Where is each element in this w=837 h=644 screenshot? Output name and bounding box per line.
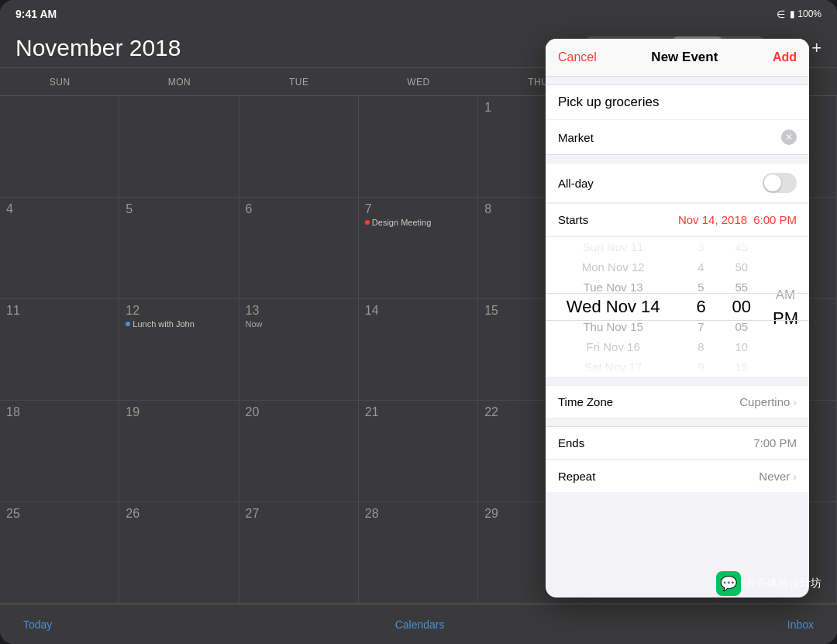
watermark: 💬 月亮体验设计坊 bbox=[716, 571, 822, 596]
starts-date-value: Nov 14, 2018 bbox=[678, 213, 747, 226]
event-location-input[interactable] bbox=[558, 131, 781, 144]
chevron-right-icon-repeat: › bbox=[793, 470, 797, 483]
minute-picker-col[interactable]: 45 50 55 00 05 10 15 bbox=[722, 237, 762, 377]
picker-min-item[interactable]: 55 bbox=[722, 277, 762, 297]
cancel-button[interactable]: Cancel bbox=[558, 50, 597, 64]
picker-hour-item[interactable]: 3 bbox=[680, 237, 721, 257]
event-title-field[interactable] bbox=[546, 84, 809, 120]
watermark-text: 月亮体验设计坊 bbox=[746, 577, 822, 591]
datetime-picker[interactable]: Sun Nov 11 Mon Nov 12 Tue Nov 13 Wed Nov… bbox=[546, 236, 809, 377]
clear-location-button[interactable]: ✕ bbox=[781, 129, 797, 145]
timezone-row[interactable]: Time Zone Cupertino › bbox=[546, 385, 809, 418]
ends-label: Ends bbox=[558, 436, 584, 449]
repeat-value-group: Never › bbox=[759, 470, 797, 483]
picker-date-item[interactable]: Tue Nov 13 bbox=[546, 277, 680, 297]
all-day-label: All-day bbox=[558, 177, 594, 190]
timezone-label: Time Zone bbox=[558, 395, 613, 408]
add-button[interactable]: Add bbox=[773, 50, 797, 64]
new-event-modal: Cancel New Event Add ✕ All-day bbox=[546, 39, 809, 598]
picker-hour-item[interactable]: 4 bbox=[680, 257, 721, 277]
ampm-picker-col[interactable]: AM PM bbox=[762, 237, 809, 377]
hour-picker-col[interactable]: 3 4 5 6 7 8 9 bbox=[680, 237, 721, 377]
timezone-value-group: Cupertino › bbox=[739, 395, 797, 408]
device-frame: 9:41 AM ∈ ▮ 100% November 2018 Day Week … bbox=[0, 0, 837, 644]
all-day-toggle[interactable] bbox=[763, 173, 797, 193]
repeat-row[interactable]: Repeat Never › bbox=[546, 460, 809, 492]
timezone-value: Cupertino bbox=[739, 395, 790, 408]
picker-hour-item[interactable]: 7 bbox=[680, 317, 721, 337]
picker-hour-item[interactable]: 9 bbox=[680, 356, 721, 377]
starts-row[interactable]: Starts Nov 14, 2018 6:00 PM bbox=[546, 203, 809, 236]
picker-min-item[interactable]: 15 bbox=[722, 356, 762, 377]
picker-hour-item-selected[interactable]: 6 bbox=[680, 297, 721, 317]
picker-date-item[interactable]: Sun Nov 11 bbox=[546, 237, 680, 257]
picker-min-item[interactable]: 45 bbox=[722, 237, 762, 257]
spacer2 bbox=[546, 377, 809, 385]
starts-time-value: 6:00 PM bbox=[753, 213, 797, 226]
starts-label: Starts bbox=[558, 213, 588, 226]
picker-date-item[interactable]: Mon Nov 12 bbox=[546, 257, 680, 277]
repeat-value: Never bbox=[759, 470, 790, 483]
wechat-icon: 💬 bbox=[716, 571, 741, 596]
repeat-label: Repeat bbox=[558, 470, 595, 483]
modal-arrow bbox=[787, 39, 803, 48]
picker-date-item[interactable]: Sat Nov 17 bbox=[546, 356, 680, 377]
picker-min-item[interactable]: 05 bbox=[722, 317, 762, 337]
picker-date-item[interactable]: Fri Nov 16 bbox=[546, 337, 680, 357]
modal-title: New Event bbox=[651, 50, 718, 65]
modal-overlay: Cancel New Event Add ✕ All-day bbox=[0, 0, 837, 644]
chevron-right-icon: › bbox=[793, 396, 797, 408]
ends-row[interactable]: Ends 7:00 PM bbox=[546, 426, 809, 460]
ends-value: 7:00 PM bbox=[753, 436, 797, 449]
picker-min-item[interactable]: 10 bbox=[722, 337, 762, 357]
picker-hour-item[interactable]: 8 bbox=[680, 337, 721, 357]
picker-date-item-selected[interactable]: Wed Nov 14 bbox=[546, 297, 680, 317]
picker-min-item[interactable]: 50 bbox=[722, 257, 762, 277]
picker-hour-item[interactable]: 5 bbox=[680, 277, 721, 297]
picker-pm-item-selected[interactable]: PM bbox=[762, 307, 809, 330]
date-picker-col[interactable]: Sun Nov 11 Mon Nov 12 Tue Nov 13 Wed Nov… bbox=[546, 237, 680, 377]
all-day-row[interactable]: All-day bbox=[546, 163, 809, 203]
modal-header: Cancel New Event Add bbox=[546, 39, 809, 77]
toggle-thumb bbox=[764, 174, 781, 191]
spacer bbox=[546, 155, 809, 163]
event-title-input[interactable] bbox=[558, 95, 797, 110]
event-location-field[interactable]: ✕ bbox=[546, 120, 809, 155]
picker-am-item[interactable]: AM bbox=[762, 284, 809, 307]
picker-date-item[interactable]: Thu Nov 15 bbox=[546, 317, 680, 337]
picker-min-item-selected[interactable]: 00 bbox=[722, 297, 762, 317]
